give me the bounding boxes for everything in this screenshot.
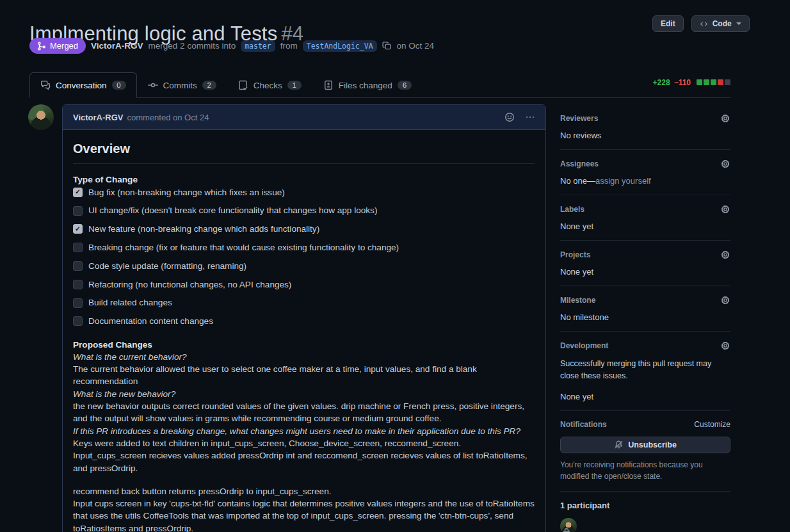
sidebar-section-reviewers: Reviewers No reviews — [560, 113, 730, 150]
chevron-down-icon — [736, 22, 741, 25]
md-line: The current behavior allowed the user to… — [73, 363, 535, 388]
header-actions: Edit Code — [652, 15, 750, 32]
behavior-paragraph: recommend back button returns pressOrdri… — [73, 485, 535, 532]
checklist-item: UI change/fix (doesn't break core functi… — [73, 204, 535, 216]
sidebar-section-milestone: Milestone No milestone — [560, 295, 730, 332]
checklist-item: Breaking change (fix or feature that wou… — [73, 241, 535, 254]
gear-icon[interactable] — [720, 204, 730, 214]
pr-meta-row: Merged VictorA-RGV merged 2 commits into… — [29, 38, 434, 54]
milestone-value: No milestone — [560, 312, 730, 322]
notifications-label: Notifications — [560, 420, 607, 429]
conversation-icon — [40, 80, 51, 90]
comment-card: VictorA-RGV commented on Oct 24 Overview… — [62, 104, 546, 532]
tab-commits[interactable]: Commits 2 — [137, 72, 227, 98]
tab-label: Checks — [254, 81, 282, 90]
gear-icon[interactable] — [720, 295, 730, 305]
checklist-item: Bug fix (non-breaking change which fixes… — [73, 186, 535, 198]
pr-date: on Oct 24 — [397, 41, 435, 51]
edit-button[interactable]: Edit — [652, 15, 684, 32]
md-line: Keys were added to text children in inpu… — [73, 437, 535, 474]
milestone-label: Milestone — [560, 296, 595, 305]
gear-icon[interactable] — [720, 159, 730, 169]
copy-branch-icon[interactable] — [382, 41, 392, 51]
tab-files-changed[interactable]: Files changed 6 — [312, 72, 423, 98]
proposed-changes-heading: Proposed Changes — [73, 339, 535, 351]
checklist-item: Code style update (formatting, renaming) — [73, 260, 535, 272]
projects-value: None yet — [560, 267, 730, 277]
sidebar-section-labels: Labels None yet — [560, 204, 730, 241]
reviewers-value: No reviews — [560, 131, 730, 140]
type-of-change-heading: Type of Change — [73, 173, 535, 186]
proposed-changes-paragraph: Proposed Changes What is the current beh… — [73, 339, 535, 474]
comment-header: VictorA-RGV commented on Oct 24 — [63, 105, 545, 130]
from-word: from — [280, 41, 298, 51]
unsubscribe-button[interactable]: Unsubscribe — [560, 437, 730, 453]
development-value: None yet — [560, 392, 730, 401]
assignees-value: No one— — [560, 176, 595, 186]
checkbox[interactable] — [73, 298, 83, 308]
assign-yourself-link[interactable]: assign yourself — [595, 176, 651, 186]
tab-label: Files changed — [339, 81, 392, 90]
kebab-menu-icon[interactable] — [525, 112, 535, 122]
merged-badge-label: Merged — [50, 41, 78, 51]
tab-checks[interactable]: Checks 1 — [227, 72, 312, 98]
labels-value: None yet — [560, 222, 730, 231]
bell-slash-icon — [614, 440, 624, 449]
head-branch-label[interactable]: TestAndLogic_VA — [303, 40, 377, 52]
diff-block — [725, 79, 730, 85]
sidebar-section-assignees: Assignees No one—assign yourself — [560, 159, 730, 195]
checklist-label: Bug fix (non-breaking change which fixes… — [88, 186, 285, 198]
tab-count: 1 — [287, 81, 302, 90]
checkbox[interactable] — [73, 316, 83, 326]
code-button[interactable]: Code — [691, 15, 750, 32]
comment-author-link[interactable]: VictorA-RGV — [73, 113, 124, 122]
tab-count: 0 — [112, 81, 126, 90]
assignees-label: Assignees — [560, 159, 599, 168]
git-merge-icon — [37, 42, 46, 51]
merged-status-badge: Merged — [29, 38, 86, 54]
diffstat: +228 −110 — [653, 78, 730, 87]
diff-block — [711, 79, 716, 85]
checks-icon — [238, 80, 248, 90]
tab-count: 2 — [202, 81, 216, 90]
emoji-reaction-icon[interactable] — [504, 112, 515, 122]
code-button-label: Code — [713, 19, 732, 28]
checkbox[interactable] — [73, 261, 83, 271]
pr-author-link[interactable]: VictorA-RGV — [91, 41, 143, 51]
diff-block — [697, 79, 702, 85]
checklist-label: New feature (non-breaking change which a… — [88, 223, 319, 235]
commits-icon — [148, 80, 158, 90]
overview-heading: Overview — [73, 140, 535, 164]
comment-header-actions — [504, 112, 535, 122]
checklist-label: Code style update (formatting, renaming) — [88, 260, 246, 272]
checkbox[interactable] — [73, 188, 83, 197]
author-avatar[interactable] — [28, 104, 54, 130]
md-line: the new behavior outputs correct rounded… — [73, 400, 535, 425]
checkbox[interactable] — [73, 224, 83, 234]
customize-link[interactable]: Customize — [694, 420, 730, 429]
gear-icon[interactable] — [720, 341, 730, 351]
checklist-label: Documentation content changes — [88, 315, 213, 327]
comment-body: Overview Type of Change Bug fix (non-bre… — [63, 130, 545, 532]
labels-label: Labels — [560, 205, 584, 214]
projects-label: Projects — [560, 250, 590, 259]
sidebar-section-notifications: Notifications Customize Unsubscribe You'… — [560, 420, 730, 492]
md-line: What is the current behavior? — [73, 351, 535, 363]
tab-conversation[interactable]: Conversation 0 — [29, 72, 137, 98]
checklist-label: Build related changes — [88, 296, 172, 309]
file-diff-icon — [323, 80, 334, 90]
checkbox[interactable] — [73, 206, 83, 216]
checklist-item: Refactoring (no functional changes, no A… — [73, 278, 535, 291]
additions-count: +228 — [653, 78, 670, 87]
gear-icon[interactable] — [720, 250, 730, 260]
diff-blocks — [697, 79, 730, 85]
checkbox[interactable] — [73, 280, 83, 289]
unsubscribe-label: Unsubscribe — [628, 440, 677, 449]
checklist-item: Build related changes — [73, 296, 535, 309]
gear-icon[interactable] — [720, 113, 730, 124]
lock-conversation-icon[interactable] — [561, 527, 572, 532]
checkbox[interactable] — [73, 243, 83, 252]
base-branch-label[interactable]: master — [241, 40, 275, 52]
comment-caret-inner — [58, 112, 63, 122]
pr-sidebar: Reviewers No reviews Assignees No one—as… — [560, 104, 730, 532]
